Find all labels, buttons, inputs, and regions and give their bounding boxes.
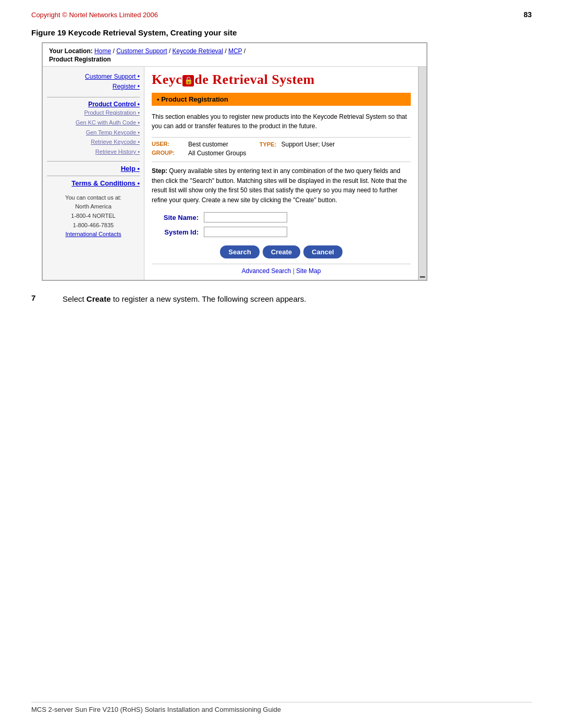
step-create-bold: Create	[87, 294, 111, 303]
section-header-text: • Product Registration	[157, 95, 228, 103]
lock-icon: 🔒	[182, 75, 194, 87]
group-label: GROUP:	[152, 150, 178, 157]
user-info-table: USER: Best customer TYPE: Support User; …	[152, 137, 411, 162]
user-info-row-1: USER: Best customer TYPE: Support User; …	[152, 141, 411, 148]
contact-info: You can contact us at: North America 1-8…	[47, 193, 140, 239]
contact-region: North America	[47, 202, 140, 212]
user-info-row-2: GROUP: All Customer Groups	[152, 150, 411, 157]
page-number: 83	[523, 10, 532, 19]
site-name-input[interactable]	[204, 212, 287, 223]
step-number: 7	[31, 293, 47, 305]
contact-intl-link[interactable]: International Contacts	[65, 231, 121, 237]
form-area: Site Name: System Id:	[152, 212, 411, 237]
type-value: Support User; User	[281, 141, 335, 148]
sidebar-terms: Terms & Conditions •	[47, 179, 140, 187]
contact-phone1: 1-800-4 NORTEL	[47, 212, 140, 221]
type-label: TYPE:	[260, 141, 276, 147]
footer-links: Advanced Search | Site Map	[152, 264, 411, 275]
browser-inner: Your Location: Home / Customer Support /…	[43, 43, 426, 280]
advanced-search-link[interactable]: Advanced Search	[242, 267, 291, 275]
scrollbar-thumb[interactable]: ▬	[420, 273, 425, 279]
cancel-button[interactable]: Cancel	[303, 245, 342, 258]
footer-text: MCS 2-server Sun Fire V210 (RoHS) Solari…	[31, 706, 281, 713]
sidebar-gen-kc-auth[interactable]: Gen KC with Auth Code •	[47, 118, 140, 128]
user-label: USER:	[152, 141, 178, 148]
sidebar-gen-temp-keycode[interactable]: Gen Temp Keycode •	[47, 128, 140, 138]
step-bold: Step:	[152, 167, 167, 175]
nav-customer-support[interactable]: Customer Support	[116, 47, 167, 55]
location-path: Your Location: Home / Customer Support /…	[49, 47, 420, 55]
step-section: Step: Query available sites by entering …	[152, 166, 411, 205]
step-instruction: 7 Select Create to register a new system…	[31, 293, 532, 305]
browser-frame: Your Location: Home / Customer Support /…	[42, 42, 427, 281]
sidebar-divider-2	[47, 161, 140, 162]
sidebar-help: Help •	[47, 165, 140, 172]
location-label: Your Location:	[49, 47, 94, 55]
sidebar-retrieve-keycode[interactable]: Retrieve Keycode •	[47, 137, 140, 147]
sidebar-register[interactable]: Register •	[47, 82, 140, 92]
button-row: Search Create Cancel	[152, 245, 411, 258]
scrollbar[interactable]: ▬	[418, 67, 426, 280]
sidebar-sub-links: Product Registration • Gen KC with Auth …	[47, 108, 140, 156]
step-content: Query available sites by entering text i…	[152, 167, 407, 204]
location-bar: Your Location: Home / Customer Support /…	[43, 43, 426, 67]
sidebar-customer-support[interactable]: Customer Support •	[47, 72, 140, 82]
location-bold: Product Registration	[49, 56, 420, 63]
sidebar-top-nav: Customer Support • Register •	[47, 72, 140, 92]
nav-mcp[interactable]: MCP	[228, 47, 242, 55]
system-id-label: System Id:	[152, 228, 199, 236]
sidebar-terms-link[interactable]: Terms & Conditions •	[47, 179, 140, 187]
sidebar-retrieve-history[interactable]: Retrieve History •	[47, 147, 140, 157]
sidebar-divider-1	[47, 97, 140, 97]
description-text: This section enables you to register new…	[152, 112, 411, 131]
step-desc: Select Create to register a new system. …	[63, 293, 306, 305]
page-header: Copyright © Nortel Networks Limited 2006…	[31, 10, 532, 19]
system-id-input[interactable]	[204, 227, 287, 237]
site-name-label: Site Name:	[152, 214, 199, 221]
sidebar-product-registration[interactable]: Product Registration •	[47, 108, 140, 118]
section-header: • Product Registration	[152, 93, 411, 106]
figure-title: Figure 19 Keycode Retrieval System, Crea…	[31, 28, 532, 37]
sidebar-product-control-title[interactable]: Product Control •	[47, 101, 140, 108]
sidebar-divider-3	[47, 176, 140, 176]
site-map-link[interactable]: Site Map	[296, 267, 321, 275]
content-area: Customer Support • Register • Product Co…	[43, 67, 426, 280]
site-name-row: Site Name:	[152, 212, 411, 223]
contact-phone2: 1-800-466-7835	[47, 221, 140, 230]
nav-home[interactable]: Home	[94, 47, 111, 55]
page-footer: MCS 2-server Sun Fire V210 (RoHS) Solari…	[31, 702, 532, 713]
group-value: All Customer Groups	[188, 150, 246, 157]
copyright-text: Copyright © Nortel Networks Limited 2006	[31, 11, 158, 19]
sidebar-product-control: Product Control • Product Registration •…	[47, 101, 140, 156]
sidebar-help-link[interactable]: Help •	[47, 165, 140, 172]
krs-logo: Keyc🔒de Retrieval System	[152, 72, 411, 88]
step-text: Step: Query available sites by entering …	[152, 166, 411, 205]
nav-keycode-retrieval[interactable]: Keycode Retrieval	[173, 47, 223, 55]
system-id-row: System Id:	[152, 227, 411, 237]
sidebar: Customer Support • Register • Product Co…	[43, 67, 144, 280]
search-button[interactable]: Search	[220, 245, 259, 258]
user-value: Best customer	[188, 141, 228, 148]
contact-label: You can contact us at:	[47, 193, 140, 203]
create-button[interactable]: Create	[263, 245, 300, 258]
main-content: Keyc🔒de Retrieval System • Product Regis…	[144, 67, 418, 280]
